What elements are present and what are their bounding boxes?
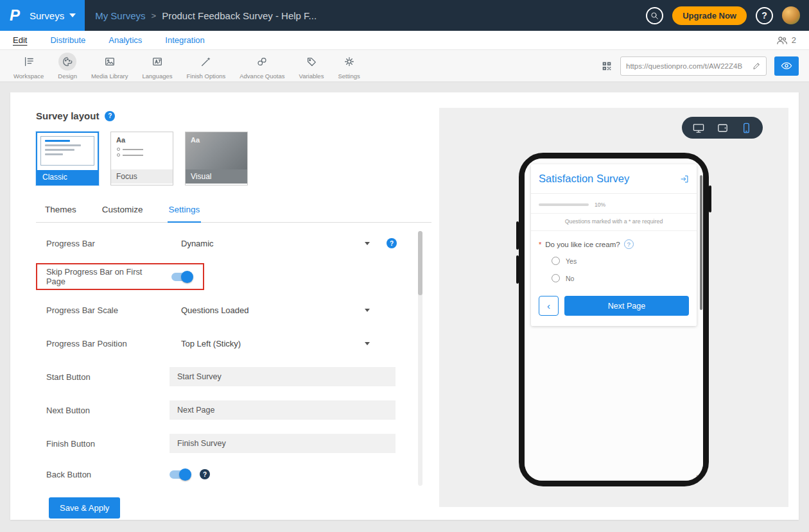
breadcrumb-my-surveys[interactable]: My Surveys bbox=[95, 10, 145, 21]
required-note: Questions marked with a * are required bbox=[531, 214, 697, 231]
preview-panel: Satisfaction Survey 10% Questions marked… bbox=[439, 108, 788, 507]
back-button-toggle[interactable] bbox=[170, 470, 189, 479]
breadcrumb-separator: > bbox=[152, 11, 157, 21]
upgrade-now-button[interactable]: Upgrade Now bbox=[672, 6, 747, 25]
visual-thumbnail: Aa bbox=[186, 132, 247, 169]
phone-icon bbox=[740, 122, 752, 134]
row-progress-bar: Progress Bar Dynamic ? bbox=[46, 227, 426, 260]
exit-icon bbox=[680, 175, 689, 184]
survey-back-button[interactable]: ‹ bbox=[539, 296, 559, 316]
toolbar-item-settings[interactable]: Settings bbox=[331, 53, 367, 80]
chevron-down-icon bbox=[365, 342, 370, 345]
tab-edit[interactable]: Edit bbox=[13, 35, 27, 45]
scrollbar-thumb[interactable] bbox=[418, 231, 422, 295]
chevron-down-icon bbox=[69, 13, 76, 17]
survey-url-input[interactable] bbox=[626, 62, 749, 70]
questionpro-logo: P bbox=[0, 0, 30, 31]
avatar[interactable] bbox=[782, 6, 800, 24]
scroll-down-chevron: ⌄ bbox=[695, 471, 701, 478]
toolbar-item-finish-options[interactable]: Finish Options bbox=[180, 53, 233, 80]
media-library-icon bbox=[104, 56, 116, 67]
question-help-icon[interactable]: ? bbox=[624, 239, 634, 249]
languages-icon bbox=[152, 56, 163, 67]
survey-layout-help-icon[interactable]: ? bbox=[105, 111, 115, 121]
toolbar-item-design[interactable]: Design bbox=[51, 53, 84, 80]
radio-yes[interactable] bbox=[552, 257, 560, 265]
survey-next-button[interactable]: Next Page bbox=[564, 296, 689, 316]
toolbar-item-media-library[interactable]: Media Library bbox=[84, 53, 135, 80]
row-back-button: Back Button ? bbox=[46, 460, 426, 488]
layout-option-classic[interactable]: Classic bbox=[36, 132, 99, 185]
skip-progress-toggle[interactable] bbox=[171, 273, 191, 281]
page-title: Survey layout bbox=[36, 110, 99, 121]
survey-progress: 10% bbox=[531, 194, 697, 214]
tablet-icon bbox=[717, 122, 729, 134]
workspace-icon bbox=[23, 56, 35, 67]
next-button-input[interactable] bbox=[170, 400, 396, 420]
progress-percent: 10% bbox=[595, 202, 605, 208]
progress-bar-help-icon[interactable]: ? bbox=[387, 238, 397, 248]
toolbar-right bbox=[601, 56, 803, 76]
layout-option-visual[interactable]: Aa Visual bbox=[185, 132, 248, 185]
progress-bar-dropdown[interactable]: Dynamic bbox=[170, 235, 376, 252]
save-apply-button[interactable]: Save & Apply bbox=[49, 497, 120, 519]
tab-distribute[interactable]: Distribute bbox=[50, 35, 85, 45]
tab-analytics[interactable]: Analytics bbox=[109, 35, 142, 45]
layout-options: Classic Aa Focus Aa Visual bbox=[36, 132, 439, 185]
exit-survey-icon[interactable] bbox=[680, 175, 689, 184]
design-subtabs: Themes Customize Settings bbox=[36, 205, 431, 223]
app-menu-label: Surveys bbox=[30, 10, 64, 21]
tab-themes[interactable]: Themes bbox=[44, 205, 78, 222]
mobile-preview-button[interactable] bbox=[740, 122, 752, 134]
design-card: Survey layout ? Classic Aa bbox=[10, 92, 799, 520]
breadcrumb-current-survey: Product Feedback Survey - Help F... bbox=[162, 10, 317, 21]
desktop-preview-button[interactable] bbox=[692, 122, 705, 134]
survey-preview-card: Satisfaction Survey 10% Questions marked… bbox=[531, 164, 697, 326]
breadcrumb: My Surveys > Product Feedback Survey - H… bbox=[95, 10, 317, 21]
finish-button-input[interactable] bbox=[170, 434, 396, 453]
option-yes[interactable]: Yes bbox=[531, 252, 697, 270]
app-menu-surveys[interactable]: P Surveys bbox=[0, 0, 85, 31]
toolbar-item-workspace[interactable]: Workspace bbox=[6, 53, 51, 80]
qr-code-icon bbox=[601, 60, 613, 72]
qr-code-button[interactable] bbox=[601, 60, 613, 72]
progress-bar-position-dropdown[interactable]: Top Left (Sticky) bbox=[170, 335, 376, 352]
focus-thumbnail: Aa bbox=[111, 132, 173, 169]
tab-settings[interactable]: Settings bbox=[168, 205, 202, 223]
design-toolbar: Workspace Design Media Library Languages… bbox=[0, 50, 809, 82]
option-no[interactable]: No bbox=[531, 270, 697, 287]
design-icon bbox=[62, 56, 73, 67]
layout-option-focus[interactable]: Aa Focus bbox=[110, 132, 173, 185]
back-button-help-icon[interactable]: ? bbox=[200, 469, 210, 479]
toolbar-item-advance-quotas[interactable]: Advance Quotas bbox=[232, 53, 291, 80]
tab-customize[interactable]: Customize bbox=[101, 205, 144, 222]
toolbar-item-variables[interactable]: Variables bbox=[292, 53, 331, 80]
survey-preview-title: Satisfaction Survey bbox=[539, 173, 629, 185]
edit-url-button[interactable] bbox=[752, 62, 761, 70]
survey-url-box bbox=[620, 56, 767, 76]
layout-label-classic: Classic bbox=[37, 170, 98, 184]
eye-icon bbox=[781, 61, 792, 71]
collaborators-button[interactable]: 2 bbox=[776, 35, 796, 46]
progress-bar-track bbox=[539, 203, 589, 206]
layout-label-focus: Focus bbox=[111, 169, 173, 184]
phone-scrollbar[interactable] bbox=[700, 175, 702, 310]
monitor-icon bbox=[692, 122, 705, 134]
tablet-preview-button[interactable] bbox=[717, 122, 729, 134]
tab-integration[interactable]: Integration bbox=[165, 35, 204, 45]
radio-no[interactable] bbox=[552, 274, 560, 282]
search-icon bbox=[650, 12, 659, 20]
search-button[interactable] bbox=[646, 7, 663, 24]
preview-survey-button[interactable] bbox=[774, 56, 799, 76]
classic-thumbnail bbox=[40, 136, 94, 166]
finish-options-icon bbox=[200, 56, 212, 67]
question-text: Do you like ice cream? bbox=[545, 241, 620, 248]
settings-scrollbar[interactable] bbox=[418, 231, 422, 486]
progress-bar-scale-dropdown[interactable]: Questions Loaded bbox=[170, 302, 376, 319]
phone-power-button bbox=[709, 185, 711, 212]
toolbar-item-languages[interactable]: Languages bbox=[135, 53, 179, 80]
pencil-icon bbox=[752, 62, 761, 70]
people-icon bbox=[776, 35, 788, 46]
start-button-input[interactable] bbox=[170, 367, 396, 386]
help-button[interactable]: ? bbox=[756, 7, 773, 24]
